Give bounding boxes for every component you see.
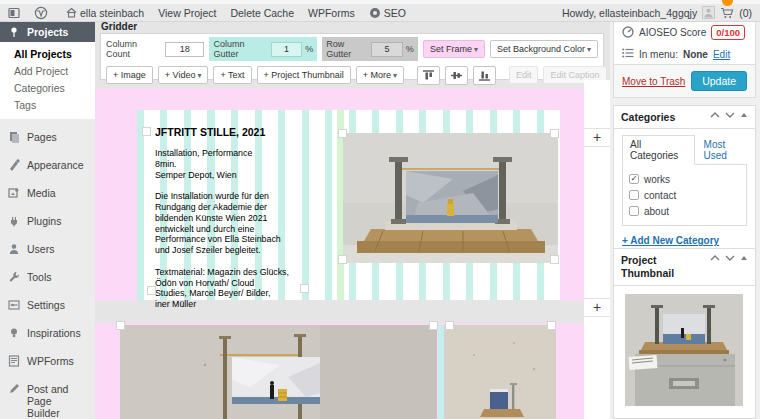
sidebar-item-plugins[interactable]: Plugins (0, 211, 95, 231)
sidebar-item-inspirations[interactable]: Inspirations (0, 323, 95, 343)
admin-menu: Projects All Projects Add Project Catego… (0, 22, 95, 419)
percent-sign: % (305, 44, 313, 54)
sidebar-item-add-project[interactable]: Add Project (14, 62, 95, 79)
add-video-label: + Video (165, 70, 196, 80)
set-frame-button[interactable]: Set Frame ▾ (423, 40, 485, 58)
sidebar-item-settings[interactable]: Settings (0, 295, 95, 315)
sidebar-item-post-page-builder[interactable]: Post and Page Builder (0, 379, 95, 419)
align-bottom-button[interactable] (473, 66, 496, 85)
align-top-button[interactable] (417, 66, 440, 85)
resize-handle[interactable] (445, 321, 454, 330)
home-icon (66, 7, 77, 18)
thumbnail-caption: Click the image to edit or (614, 414, 755, 419)
resize-handle[interactable] (338, 255, 347, 264)
resize-handle[interactable] (547, 321, 556, 330)
browser-edge (0, 0, 760, 4)
resize-handle[interactable] (116, 321, 125, 330)
resize-handle[interactable] (429, 321, 438, 330)
admin-bar: ella steinbach View Project Delete Cache… (0, 4, 760, 22)
align-bottom-icon (478, 69, 491, 82)
seo-menu[interactable]: SEO (369, 7, 406, 19)
caret-down-icon: ▾ (197, 71, 201, 80)
project-title-text: JFTRITT STILLE, 2021 (155, 126, 321, 139)
howdy-text[interactable]: Howdy, ellasteinbach_4ggqjy (562, 7, 697, 19)
document-icon[interactable] (8, 7, 20, 19)
projects-submenu: All Projects Add Project Categories Tags (0, 42, 95, 119)
sidebar-item-media[interactable]: Media (0, 183, 95, 203)
delete-cache-link[interactable]: Delete Cache (230, 7, 294, 19)
category-row-about[interactable]: about (629, 203, 740, 219)
add-row-button[interactable]: + (584, 128, 610, 147)
project-thumbnail-image[interactable] (625, 294, 743, 406)
align-middle-icon (450, 69, 463, 82)
category-label: works (644, 174, 670, 185)
category-row-contact[interactable]: contact (629, 187, 740, 203)
add-more-label: + More (363, 70, 391, 80)
site-name: ella steinbach (80, 7, 144, 19)
row-gutter-input[interactable]: 5 (371, 42, 403, 57)
project-thumbnail-panel: Project Thumbnail (613, 248, 756, 419)
sidebar-item-tools[interactable]: Tools (0, 267, 95, 287)
cart-icon[interactable] (720, 7, 734, 19)
drag-handle[interactable] (142, 127, 151, 136)
update-button[interactable]: Update (691, 71, 747, 91)
resize-handle[interactable] (338, 129, 347, 138)
category-checkbox[interactable] (629, 190, 639, 200)
move-down-icon[interactable] (725, 112, 735, 118)
wpforms-link[interactable]: WPForms (308, 7, 355, 19)
media-icon (8, 187, 21, 199)
in-menu-edit-link[interactable]: Edit (713, 49, 730, 60)
add-video-button[interactable]: + Video ▾ (158, 66, 209, 84)
sidebar-item-label: Users (27, 243, 54, 255)
category-row-works[interactable]: works (629, 171, 740, 187)
drag-handle[interactable] (147, 286, 156, 295)
sidebar-item-label: Projects (27, 26, 68, 38)
row-actions-column: + + (584, 80, 610, 419)
category-checkbox[interactable] (629, 206, 639, 216)
resize-handle[interactable] (550, 129, 559, 138)
percent-sign: % (406, 44, 414, 54)
pin-icon (8, 26, 21, 38)
sidebar-item-wpforms[interactable]: WPForms (0, 351, 95, 371)
canvas-row-1[interactable]: JFTRITT STILLE, 2021 Installation, Perfo… (95, 88, 584, 300)
category-label: about (644, 206, 669, 217)
sidebar-item-pages[interactable]: Pages (0, 127, 95, 147)
collapse-toggle-icon[interactable] (740, 255, 748, 261)
sidebar-item-all-projects[interactable]: All Projects (14, 45, 95, 62)
add-new-category-link[interactable]: + Add New Category (622, 235, 747, 246)
canvas-row-2[interactable] (95, 323, 584, 419)
site-menu[interactable]: ella steinbach (66, 7, 144, 19)
canvas-text-block[interactable]: JFTRITT STILLE, 2021 Installation, Perfo… (155, 126, 321, 310)
add-image-button[interactable]: + Image (106, 66, 153, 84)
artwork-photo-small[interactable] (444, 325, 556, 419)
tab-all-categories[interactable]: All Categories (622, 135, 695, 165)
move-up-icon[interactable] (710, 255, 720, 261)
resize-handle[interactable] (550, 255, 559, 264)
column-gutter-input[interactable]: 1 (271, 42, 303, 57)
wordpress-logo-icon[interactable] (34, 6, 48, 20)
sidebar-item-tags[interactable]: Tags (14, 96, 95, 113)
sidebar-item-appearance[interactable]: Appearance (0, 155, 95, 175)
move-up-icon[interactable] (710, 112, 720, 118)
add-row-button[interactable]: + (584, 298, 610, 317)
category-checkbox[interactable] (629, 174, 639, 184)
sidebar-item-label: Media (27, 187, 56, 199)
align-middle-button[interactable] (445, 66, 468, 85)
add-more-button[interactable]: + More ▾ (356, 66, 404, 84)
column-count-input[interactable]: 18 (165, 42, 204, 57)
tab-most-used[interactable]: Most Used (704, 139, 747, 161)
artwork-photo-wide[interactable] (120, 325, 437, 419)
move-down-icon[interactable] (725, 255, 735, 261)
collapse-toggle-icon[interactable] (740, 112, 748, 118)
move-to-trash-link[interactable]: Move to Trash (622, 76, 685, 87)
sidebar-item-projects[interactable]: Projects (0, 22, 95, 42)
artwork-photo-model-stage[interactable] (343, 133, 558, 263)
sidebar-item-categories[interactable]: Categories (14, 79, 95, 96)
edit-button[interactable]: Edit (509, 66, 539, 84)
set-background-color-button[interactable]: Set Background Color ▾ (490, 40, 598, 58)
view-project-link[interactable]: View Project (158, 7, 216, 19)
add-text-button[interactable]: + Text (213, 66, 251, 84)
sidebar-item-users[interactable]: Users (0, 239, 95, 259)
drag-handle[interactable] (300, 284, 309, 293)
add-project-thumbnail-button[interactable]: + Project Thumbnail (257, 66, 351, 84)
